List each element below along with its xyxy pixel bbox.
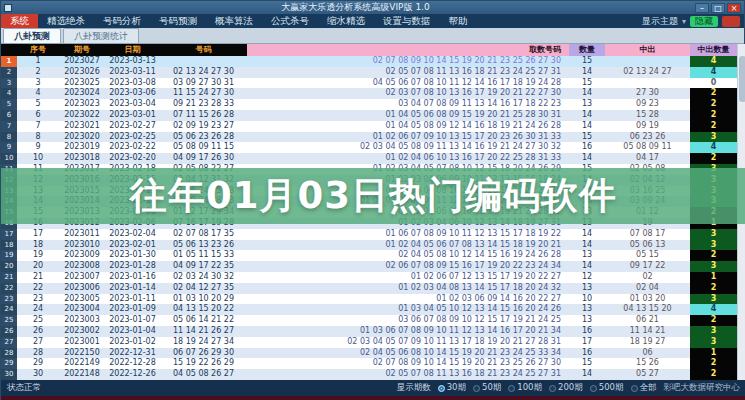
table-row[interactable]: 2220230262023-03-1102 13 24 27 3002 05 0…: [1, 67, 745, 78]
table-row[interactable]: 252520230032023-01-0705 06 14 21 2203 06…: [1, 315, 745, 326]
row-gutter: 22: [1, 283, 17, 294]
minimize-button-icon[interactable]: –: [695, 3, 709, 13]
table-row[interactable]: 3320230252023-03-0803 09 27 30 3104 05 0…: [1, 78, 745, 89]
table-row[interactable]: 272720230012023-01-0218 19 24 27 3402 03…: [1, 337, 745, 348]
cell-hit-numbers: 09 19: [605, 121, 690, 132]
cell-draw-numbers: 02 03 24 30 32: [160, 272, 247, 283]
menu-item-设置与数据[interactable]: 设置与数据: [374, 14, 440, 28]
cell-picked-numbers: 02 07 08 09 10 14 15 19 20 21 23 25 26 2…: [247, 358, 569, 369]
radio-icon[interactable]: [631, 385, 638, 392]
red-button[interactable]: [722, 16, 740, 27]
cell-date: 2023-02-22: [105, 142, 160, 153]
app-window: 大赢家大乐透分析系统高级VIP版 1.0 – □ × 系统精选绝杀号码分析号码预…: [0, 0, 745, 400]
table-row[interactable]: 212120230072023-01-1602 03 24 30 3201 02…: [1, 272, 745, 283]
cell-draw-numbers: 01 05 11 15 33: [160, 250, 247, 261]
cell-issue: 2023006: [59, 283, 105, 294]
close-button-icon[interactable]: ×: [727, 3, 741, 13]
table-row[interactable]: 4420230242023-03-0611 15 24 27 3002 03 0…: [1, 88, 745, 99]
row-gutter: 25: [1, 315, 17, 326]
radio-icon[interactable]: [473, 385, 480, 392]
table-row[interactable]: 5520230232023-03-0409 21 23 28 3303 04 0…: [1, 99, 745, 110]
table-row[interactable]: 7720230212023-02-2702 09 19 23 2701 04 0…: [1, 121, 745, 132]
table-row[interactable]: 242420230042023-01-0904 13 15 20 2201 03…: [1, 304, 745, 315]
cell-hit-numbers: 06 21: [605, 315, 690, 326]
table-row[interactable]: 202020230082023-01-2804 09 17 22 3502 06…: [1, 261, 745, 272]
column-header-号码[interactable]: 号码: [160, 44, 247, 56]
cell-issue: 2022148: [59, 369, 105, 380]
menu-item-号码预测[interactable]: 号码预测: [150, 14, 206, 28]
table-row[interactable]: 181820230102023-02-0105 06 13 23 2601 02…: [1, 240, 745, 251]
radio-icon[interactable]: [549, 385, 556, 392]
table-row[interactable]: 303020221482022-12-2604 05 08 26 2702 05…: [1, 369, 745, 380]
table-corner-cell: [1, 44, 17, 56]
tab-八卦预测统计[interactable]: 八卦预测统计: [63, 28, 139, 43]
column-header-日期[interactable]: 日期: [105, 44, 160, 56]
cell-date: 2023-01-30: [105, 250, 160, 261]
table-row[interactable]: 191920230092023-01-3001 05 11 15 3302 04…: [1, 250, 745, 261]
menu-item-公式杀号[interactable]: 公式杀号: [262, 14, 318, 28]
period-option-200期[interactable]: 200期: [549, 382, 583, 394]
row-gutter: 7: [1, 121, 17, 132]
menu-item-精选绝杀[interactable]: 精选绝杀: [38, 14, 94, 28]
period-option-100期[interactable]: 100期: [508, 382, 542, 394]
cell-picked-numbers: 01 03 06 07 08 09 10 11 12 13 14 16 17 2…: [247, 326, 569, 337]
cell-seq: 21: [17, 272, 59, 283]
cell-date: 2023-03-04: [105, 99, 160, 110]
watermark-text: 往年01月03日热门编码软件: [130, 171, 617, 221]
menu-item-帮助[interactable]: 帮助: [440, 14, 477, 28]
display-theme-label[interactable]: 显示主题: [642, 15, 678, 28]
column-header-数量[interactable]: 数量: [569, 44, 605, 56]
table-row[interactable]: 101020230182023-02-2004 09 17 26 3001 02…: [1, 153, 745, 164]
table-row[interactable]: 222220230062023-01-1402 04 12 27 3501 02…: [1, 283, 745, 294]
menu-item-概率算法[interactable]: 概率算法: [206, 14, 262, 28]
period-option-30期[interactable]: 30期: [438, 382, 466, 394]
table-row[interactable]: 6620230222023-03-0107 11 15 26 2801 04 0…: [1, 110, 745, 121]
table-row[interactable]: 9920230192023-02-2205 08 09 11 1502 03 0…: [1, 142, 745, 153]
column-header-期号[interactable]: 期号: [59, 44, 105, 56]
table-row[interactable]: 171720230112023-02-0402 07 08 17 3501 06…: [1, 229, 745, 240]
menu-item-系统[interactable]: 系统: [1, 14, 38, 28]
cell-hit-count: 2: [690, 369, 737, 380]
radio-icon[interactable]: [438, 385, 445, 392]
maximize-button-icon[interactable]: □: [711, 3, 725, 13]
cell-hit-numbers: [605, 78, 690, 89]
cell-seq: 28: [17, 348, 59, 359]
radio-icon[interactable]: [508, 385, 515, 392]
period-label: 显示期数: [397, 382, 431, 394]
tab-八卦预测[interactable]: 八卦预测: [3, 28, 61, 43]
cell-count: 15: [569, 358, 605, 369]
table-row[interactable]: 1120230272023-03-1302 07 08 09 10 14 15 …: [1, 56, 745, 67]
cell-issue: 2022150: [59, 348, 105, 359]
cell-picked-numbers: 02 03 07 08 10 13 16 17 19 20 21 22 27 3…: [247, 88, 569, 99]
scrollbar-thumb[interactable]: [739, 56, 745, 102]
cell-draw-numbers: 02 13 24 27 30: [160, 67, 247, 78]
radio-icon[interactable]: [590, 385, 597, 392]
menu-item-缩水精选[interactable]: 缩水精选: [318, 14, 374, 28]
cell-seq: 7: [17, 121, 59, 132]
table-row[interactable]: 8820230202023-02-2505 06 23 26 2801 02 0…: [1, 132, 745, 143]
table-row[interactable]: 292920221492022-12-2815 19 22 26 2902 07…: [1, 358, 745, 369]
column-header-中出[interactable]: 中出: [605, 44, 690, 56]
menu-item-号码分析[interactable]: 号码分析: [94, 14, 150, 28]
cell-draw-numbers: 18 19 24 27 34: [160, 337, 247, 348]
cell-issue: 2023022: [59, 110, 105, 121]
cell-count: 10: [569, 294, 605, 305]
period-option-50期[interactable]: 50期: [473, 382, 501, 394]
cell-hit-count: 3: [690, 229, 737, 240]
chevron-down-icon[interactable]: ▾: [682, 17, 686, 26]
cell-hit-count: 3: [690, 261, 737, 272]
cell-hit-numbers: 18 19 27: [605, 337, 690, 348]
period-option-500期[interactable]: 500期: [590, 382, 624, 394]
row-gutter: 17: [1, 229, 17, 240]
column-header-取数号码[interactable]: 取数号码: [247, 44, 569, 56]
column-header-中出数量[interactable]: 中出数量: [690, 44, 737, 56]
table-row[interactable]: 262620230022023-01-0411 14 21 26 2701 03…: [1, 326, 745, 337]
row-gutter: 2: [1, 67, 17, 78]
cell-date: 2023-03-01: [105, 110, 160, 121]
column-header-序号[interactable]: 序号: [17, 44, 59, 56]
period-option-全部[interactable]: 全部: [631, 382, 657, 394]
cell-count: 14: [569, 110, 605, 121]
hide-button[interactable]: 隐藏: [690, 16, 718, 27]
table-row[interactable]: 282820221502022-12-3106 07 26 29 3002 04…: [1, 348, 745, 359]
table-row[interactable]: 232320230052023-01-1101 03 10 20 2901 02…: [1, 294, 745, 305]
